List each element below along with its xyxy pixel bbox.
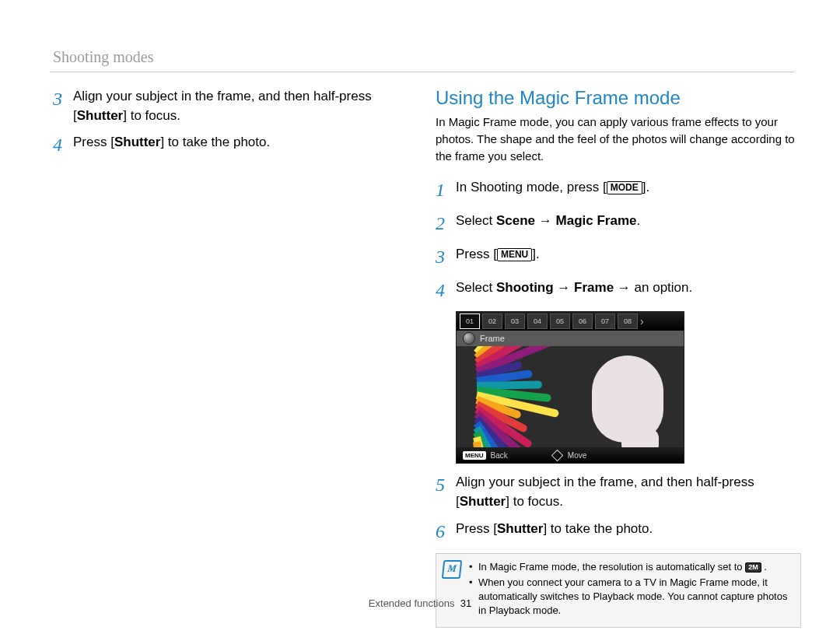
menu-tag-icon: MENU — [463, 451, 486, 460]
step-number: 3 — [436, 243, 456, 271]
camera-thumb: 04 — [527, 313, 548, 329]
step-number: 2 — [436, 210, 456, 237]
note-icon: M — [442, 560, 463, 579]
step-number: 4 — [436, 277, 456, 304]
step-text: In Shooting mode, press [MODE]. — [456, 178, 801, 198]
step-number: 4 — [53, 131, 73, 159]
note-item: In Magic Frame mode, the resolution is a… — [469, 560, 793, 574]
frame-select-icon — [463, 332, 475, 345]
step: 3Align your subject in the frame, and th… — [53, 87, 411, 125]
step: 4Select Shooting → Frame → an option. — [436, 278, 801, 304]
camera-footer-move: Move — [568, 451, 586, 460]
step: 4Press [Shutter] to take the photo. — [53, 133, 411, 159]
camera-preview — [457, 346, 684, 447]
camera-frame-bar: Frame — [457, 331, 684, 346]
step: 5Align your subject in the frame, and th… — [436, 473, 801, 511]
step-text: Align your subject in the frame, and the… — [456, 473, 801, 511]
section-title: Shooting modes — [53, 48, 153, 66]
mannequin-head-icon — [592, 356, 663, 443]
step-number: 3 — [53, 86, 73, 113]
camera-thumb: 03 — [505, 313, 525, 329]
left-column: 3Align your subject in the frame, and th… — [53, 87, 411, 166]
subsection-heading: Using the Magic Frame mode — [436, 87, 801, 109]
camera-footer: MENU Back Move — [457, 447, 684, 463]
note-box: M In Magic Frame mode, the resolution is… — [436, 553, 801, 629]
footer-label: Extended functions — [369, 597, 455, 609]
step-text: Align your subject in the frame, and the… — [73, 87, 411, 125]
camera-thumb: 06 — [572, 313, 593, 329]
step-number: 1 — [436, 177, 456, 204]
step-text: Press [MENU]. — [456, 245, 801, 264]
step-text: Press [Shutter] to take the photo. — [456, 520, 801, 539]
step: 2Select Scene → Magic Frame. — [436, 212, 801, 237]
camera-thumb: 01 — [460, 313, 480, 329]
step-number: 5 — [436, 471, 456, 499]
step-text: Select Shooting → Frame → an option. — [456, 278, 801, 298]
page-number: 31 — [460, 597, 471, 609]
thumb-next-icon: › — [640, 315, 644, 328]
step: 3Press [MENU]. — [436, 245, 801, 271]
intro-text: In Magic Frame mode, you can apply vario… — [436, 114, 801, 164]
camera-thumb: 05 — [550, 313, 570, 329]
right-column: Using the Magic Frame mode In Magic Fram… — [436, 87, 801, 628]
note-list: In Magic Frame mode, the resolution is a… — [469, 560, 793, 620]
section-rule — [50, 72, 795, 72]
camera-top-thumbs: 0102030405060708› — [457, 312, 684, 331]
camera-footer-back: Back — [491, 451, 508, 460]
camera-thumb: 02 — [482, 313, 502, 329]
step-text: Select Scene → Magic Frame. — [456, 212, 801, 231]
note-item: When you connect your camera to a TV in … — [469, 576, 793, 618]
camera-screenshot: 0102030405060708› Frame MENU Back Move — [456, 311, 684, 464]
move-icon — [551, 450, 564, 462]
step-number: 6 — [436, 518, 456, 545]
camera-thumb: 07 — [595, 313, 615, 329]
page-footer: Extended functions 31 — [0, 597, 840, 609]
frame-bar-label: Frame — [480, 334, 505, 343]
step-text: Press [Shutter] to take the photo. — [73, 133, 411, 152]
step: 6Press [Shutter] to take the photo. — [436, 520, 801, 545]
step: 1In Shooting mode, press [MODE]. — [436, 178, 801, 204]
camera-thumb: 08 — [618, 313, 638, 329]
